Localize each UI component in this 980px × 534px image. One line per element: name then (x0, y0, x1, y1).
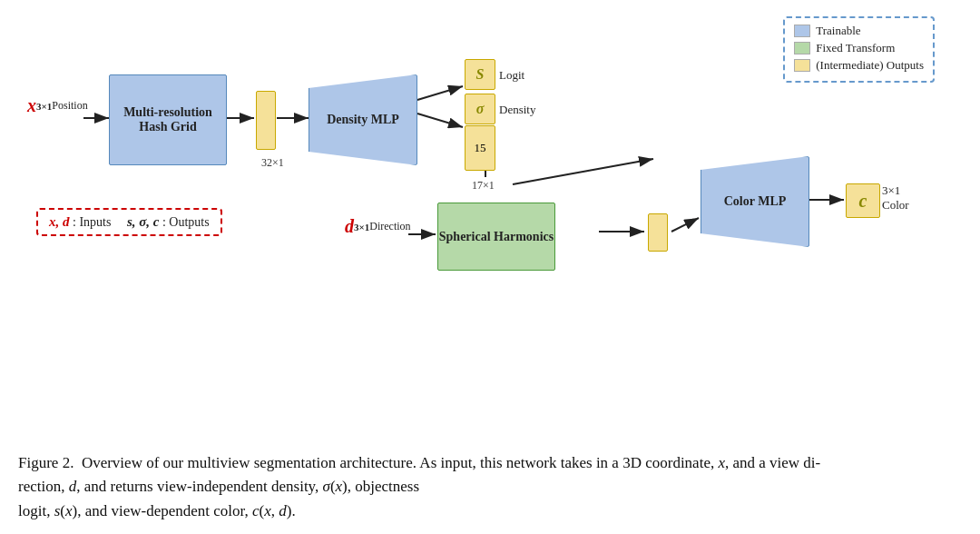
trainable-swatch (794, 25, 810, 37)
c-output-box: c (846, 183, 880, 218)
c-subscript-label: 3×1 Color (882, 183, 909, 213)
intermediate-swatch (794, 59, 810, 72)
density-label: Density (499, 103, 535, 117)
svg-line-5 (417, 114, 463, 127)
diagram-area: x3×1 Position Multi-resolution Hash Grid… (18, 9, 962, 309)
15-output-box: 15 (465, 125, 495, 171)
svg-line-4 (417, 86, 463, 100)
s-output-box: S (465, 59, 495, 90)
yellow-bar-2 (648, 213, 668, 252)
fixed-swatch (794, 42, 810, 54)
hash-grid-node: Multi-resolution Hash Grid (109, 74, 227, 165)
legend-intermediate: (Intermediate) Outputs (794, 58, 924, 73)
legend-box: Trainable Fixed Transform (Intermediate)… (783, 16, 935, 83)
spherical-harmonics-node: Spherical Harmonics (437, 203, 555, 271)
svg-line-9 (671, 218, 699, 232)
density-mlp-node: Density MLP (309, 74, 417, 165)
caption: Figure 2. Overview of our multiview segm… (18, 451, 962, 523)
logit-label: Logit (499, 68, 524, 83)
color-mlp-node: Color MLP (701, 156, 809, 247)
dim-32x1-label: 32×1 (261, 156, 284, 170)
legend-trainable: Trainable (794, 24, 924, 38)
info-box: x, d : Inputs s, σ, c : Outputs (36, 208, 222, 236)
sigma-output-box: σ (465, 94, 495, 124)
x-input-label: x3×1 Position (27, 95, 88, 116)
d-input-label: d3×1 Direction (345, 216, 411, 237)
yellow-bar-1 (256, 91, 276, 150)
legend-fixed: Fixed Transform (794, 41, 924, 55)
svg-line-7 (513, 159, 653, 184)
dim-17x1-label: 17×1 (472, 179, 495, 193)
